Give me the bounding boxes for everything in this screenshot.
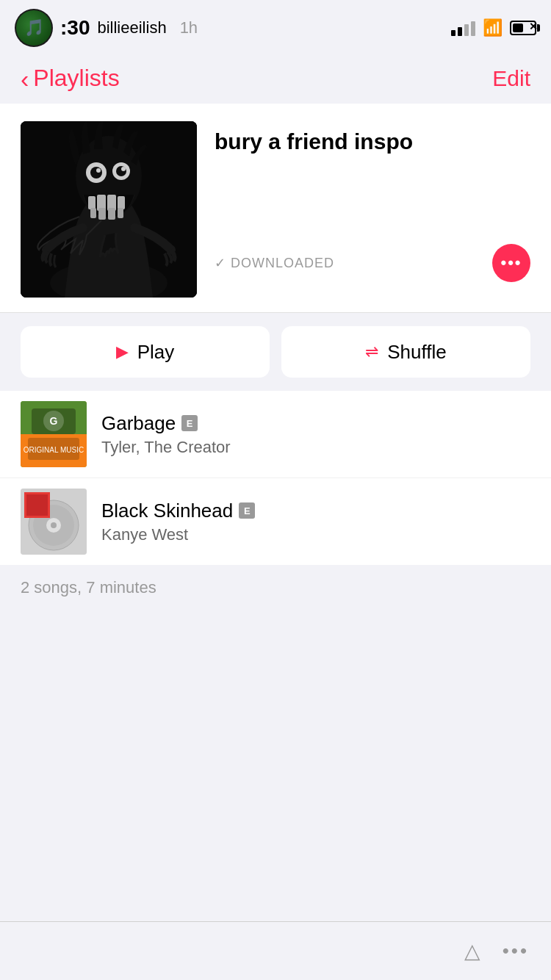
avatar-logo: 🎵 (24, 18, 44, 37)
share-icon[interactable]: △ (464, 939, 480, 963)
playlist-header: bury a friend inspo ✓ DOWNLOADED ••• (0, 104, 551, 312)
svg-point-30 (51, 522, 57, 528)
more-dots-icon: ••• (500, 255, 522, 271)
track-name: Black Skinhead (101, 500, 233, 522)
back-label: Playlists (33, 65, 119, 92)
track-name: Garbage (101, 412, 176, 435)
song-count: 2 songs, 7 minutes (0, 565, 551, 610)
bottom-bar: △ ••• (0, 921, 551, 980)
svg-text:G: G (50, 415, 58, 427)
wifi-icon: 📶 (483, 18, 503, 37)
nav-bar: ‹ Playlists Edit (0, 53, 551, 104)
shuffle-icon: ⇌ (365, 342, 378, 361)
back-button[interactable]: ‹ Playlists (21, 65, 120, 92)
status-time: :30 (60, 16, 90, 40)
explicit-badge: E (239, 502, 255, 519)
play-icon: ▶ (116, 342, 129, 361)
playlist-meta-row: ✓ DOWNLOADED ••• (215, 156, 530, 282)
downloaded-label: DOWNLOADED (231, 256, 334, 271)
track-item[interactable]: G ORIGINAL MUSIC Garbage E Tyler, The Cr… (0, 391, 551, 478)
battery-icon: ✕ (510, 21, 536, 35)
track-artwork-kanye (21, 489, 87, 555)
signal-icon (451, 20, 475, 36)
playlist-title: bury a friend inspo (215, 127, 530, 156)
svg-text:ORIGINAL MUSIC: ORIGINAL MUSIC (24, 446, 84, 454)
track-name-row: Black Skinhead E (101, 500, 530, 522)
track-info-garbage: Garbage E Tyler, The Creator (101, 412, 530, 457)
playlist-artwork (21, 121, 197, 298)
play-button[interactable]: ▶ Play (21, 326, 270, 378)
song-count-text: 2 songs, 7 minutes (21, 578, 156, 597)
track-name-row: Garbage E (101, 412, 530, 435)
avatar: 🎵 (15, 9, 53, 47)
track-artist: Tyler, The Creator (101, 438, 231, 456)
chevron-left-icon: ‹ (21, 66, 29, 91)
action-buttons: ▶ Play ⇌ Shuffle (0, 313, 551, 391)
track-artist: Kanye West (101, 525, 188, 544)
shuffle-button[interactable]: ⇌ Shuffle (281, 326, 530, 378)
track-list: G ORIGINAL MUSIC Garbage E Tyler, The Cr… (0, 391, 551, 565)
more-button[interactable]: ••• (492, 244, 530, 282)
status-right: 📶 ✕ (451, 18, 536, 37)
bottom-more-icon[interactable]: ••• (503, 940, 529, 962)
svg-rect-32 (26, 494, 48, 516)
track-item[interactable]: Black Skinhead E Kanye West (0, 478, 551, 565)
status-ago: 1h (180, 18, 198, 37)
edit-button[interactable]: Edit (492, 66, 530, 91)
status-username: billieeilish (97, 18, 166, 37)
check-icon: ✓ (215, 255, 226, 271)
track-artwork-garbage: G ORIGINAL MUSIC (21, 401, 87, 467)
track-info-kanye: Black Skinhead E Kanye West (101, 500, 530, 544)
svg-rect-17 (21, 121, 197, 298)
shuffle-label: Shuffle (387, 341, 446, 364)
downloaded-badge: ✓ DOWNLOADED (215, 255, 334, 271)
explicit-badge: E (181, 415, 198, 431)
status-bar: 🎵 :30 billieeilish 1h 📶 ✕ (0, 0, 551, 53)
playlist-info: bury a friend inspo ✓ DOWNLOADED ••• (215, 121, 530, 282)
status-left: 🎵 :30 billieeilish 1h (15, 9, 198, 47)
play-label: Play (137, 341, 175, 364)
